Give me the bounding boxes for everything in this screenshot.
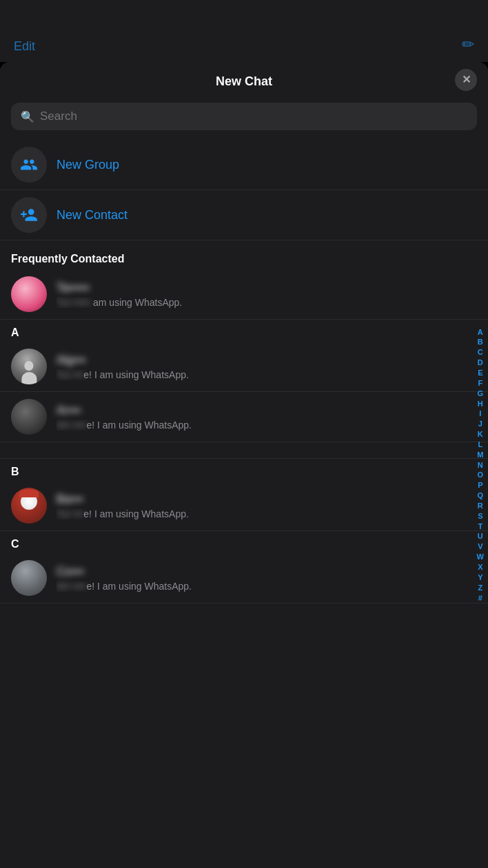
avatar bbox=[11, 399, 47, 435]
contact-status: Tu• •••e! I am using WhatsApp. bbox=[57, 508, 477, 519]
contact-info: Alg••• Tu• •••e! I am using WhatsApp. bbox=[57, 353, 477, 380]
top-bar: Edit ✏ bbox=[0, 0, 488, 62]
new-contact-icon-circle bbox=[11, 197, 47, 233]
alpha-letter-#[interactable]: # bbox=[476, 593, 485, 603]
contact-info: Co••• H•• ••••e! I am using WhatsApp. bbox=[57, 565, 477, 592]
frequently-contacted-header: Frequently Contacted bbox=[0, 240, 488, 269]
alpha-letter-I[interactable]: I bbox=[476, 409, 484, 419]
compose-icon[interactable]: ✏ bbox=[462, 36, 474, 54]
alpha-letter-X[interactable]: X bbox=[475, 562, 485, 572]
search-icon: 🔍 bbox=[21, 110, 34, 123]
edit-button[interactable]: Edit bbox=[14, 39, 35, 54]
contact-status: Tu• ••••• am using WhatsApp. bbox=[57, 297, 477, 308]
alpha-letter-D[interactable]: D bbox=[475, 358, 486, 368]
alpha-letter-U[interactable]: U bbox=[475, 531, 486, 541]
group-icon bbox=[20, 156, 38, 174]
contact-name: Co••• bbox=[57, 565, 477, 579]
section-spacer bbox=[0, 442, 488, 459]
contact-name: Ta••••• bbox=[57, 281, 477, 295]
new-group-icon-circle bbox=[11, 147, 47, 183]
contact-c1[interactable]: Co••• H•• ••••e! I am using WhatsApp. bbox=[0, 553, 488, 603]
alpha-letter-F[interactable]: F bbox=[475, 378, 485, 389]
alpha-letter-G[interactable]: G bbox=[475, 389, 487, 399]
modal-header: New Chat ✕ bbox=[0, 62, 488, 97]
content-area: New Group New Contact Frequently Contact… bbox=[0, 140, 488, 868]
alpha-letter-K[interactable]: K bbox=[475, 429, 486, 440]
contact-info: Ta••••• Tu• ••••• am using WhatsApp. bbox=[57, 281, 477, 308]
alpha-letter-O[interactable]: O bbox=[475, 470, 487, 480]
alpha-letter-Z[interactable]: Z bbox=[475, 583, 485, 593]
contact-info: Ar••• H•• ••••e! I am using WhatsApp. bbox=[57, 404, 477, 431]
alpha-letter-V[interactable]: V bbox=[475, 541, 485, 552]
alpha-letter-M[interactable]: M bbox=[474, 450, 486, 460]
contact-name: Ba••• bbox=[57, 493, 477, 506]
alpha-letter-E[interactable]: E bbox=[475, 368, 485, 378]
section-b-header: B bbox=[0, 459, 488, 481]
new-contact-item[interactable]: New Contact bbox=[0, 190, 488, 240]
contact-info: Ba••• Tu• •••e! I am using WhatsApp. bbox=[57, 493, 477, 519]
alpha-letter-Y[interactable]: Y bbox=[475, 572, 485, 583]
close-icon: ✕ bbox=[462, 74, 471, 85]
avatar bbox=[11, 349, 47, 384]
modal-title: New Chat bbox=[216, 74, 272, 89]
alpha-letter-R[interactable]: R bbox=[475, 501, 486, 511]
contact-status: H•• ••••e! I am using WhatsApp. bbox=[57, 581, 477, 592]
contact-name: Ar••• bbox=[57, 404, 477, 417]
search-bar[interactable]: 🔍 bbox=[11, 103, 477, 130]
contact-status: H•• ••••e! I am using WhatsApp. bbox=[57, 420, 477, 431]
alpha-letter-N[interactable]: N bbox=[475, 460, 486, 471]
alpha-letter-H[interactable]: H bbox=[475, 399, 486, 409]
avatar bbox=[11, 276, 47, 312]
alpha-letter-C[interactable]: C bbox=[475, 347, 486, 358]
add-person-icon bbox=[20, 206, 38, 224]
avatar bbox=[11, 560, 47, 596]
contact-b1[interactable]: Ba••• Tu• •••e! I am using WhatsApp. bbox=[0, 481, 488, 531]
alpha-letter-J[interactable]: J bbox=[476, 419, 485, 429]
avatar bbox=[11, 488, 47, 524]
alpha-letter-T[interactable]: T bbox=[475, 521, 485, 532]
search-container: 🔍 bbox=[0, 97, 488, 140]
alpha-letter-Q[interactable]: Q bbox=[475, 490, 487, 501]
contact-status: Tu• •••e! I am using WhatsApp. bbox=[57, 369, 477, 380]
contact-name: Alg••• bbox=[57, 353, 477, 367]
contact-a1[interactable]: Alg••• Tu• •••e! I am using WhatsApp. bbox=[0, 342, 488, 392]
section-a-header: A bbox=[0, 320, 488, 342]
contact-a2[interactable]: Ar••• H•• ••••e! I am using WhatsApp. bbox=[0, 392, 488, 442]
person-silhouette-icon bbox=[18, 361, 39, 384]
new-group-item[interactable]: New Group bbox=[0, 140, 488, 190]
alpha-letter-L[interactable]: L bbox=[475, 440, 485, 450]
alpha-letter-P[interactable]: P bbox=[475, 480, 485, 490]
frequent-contact-1[interactable]: Ta••••• Tu• ••••• am using WhatsApp. bbox=[0, 269, 488, 320]
new-chat-modal: New Chat ✕ 🔍 New Group bbox=[0, 62, 488, 868]
alpha-letter-W[interactable]: W bbox=[474, 552, 487, 562]
alpha-letter-B[interactable]: B bbox=[475, 337, 486, 347]
alphabet-index: ABCDEFGHIJKLMNOPQRSTUVWXYZ# bbox=[474, 62, 487, 868]
alpha-letter-A[interactable]: A bbox=[475, 327, 486, 338]
search-input[interactable] bbox=[40, 110, 467, 123]
section-c-header: C bbox=[0, 531, 488, 553]
new-group-label: New Group bbox=[57, 158, 119, 172]
alpha-letter-S[interactable]: S bbox=[475, 511, 485, 521]
new-contact-label: New Contact bbox=[57, 208, 128, 223]
